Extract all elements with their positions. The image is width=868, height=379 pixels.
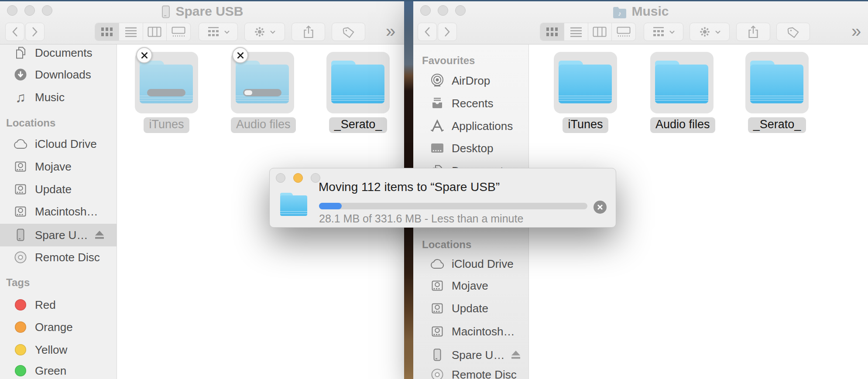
sidebar-item-icloud-drive[interactable]: iCloud Drive bbox=[413, 254, 528, 274]
progress-status-text: 28.1 MB of 331.6 MB - Less than a minute bbox=[319, 212, 523, 225]
action-menu-button[interactable] bbox=[690, 23, 730, 41]
internal-drive-icon bbox=[430, 278, 445, 293]
share-button[interactable] bbox=[292, 23, 325, 41]
sidebar-item-tag-orange[interactable]: Orange bbox=[0, 317, 117, 337]
file-icon[interactable] bbox=[326, 52, 390, 113]
sidebar-item-label: Mojave bbox=[452, 279, 488, 293]
sidebar-item-music[interactable]: ♫ Music bbox=[0, 87, 117, 107]
music-note-icon: ♫ bbox=[13, 90, 28, 105]
file-label[interactable]: iTunes bbox=[144, 117, 189, 133]
file-icon[interactable] bbox=[745, 52, 809, 113]
tags-header: Tags bbox=[6, 277, 123, 290]
music-folder-icon: ♪ bbox=[612, 6, 627, 18]
sidebar-item-documents[interactable]: Documents bbox=[0, 43, 117, 63]
file-label[interactable]: Audio files bbox=[231, 117, 296, 133]
sidebar-item-recents[interactable]: Recents bbox=[413, 93, 528, 113]
sidebar-item-desktop[interactable]: Desktop bbox=[413, 138, 528, 158]
sidebar-item-remote-disc[interactable]: Remote Disc bbox=[0, 247, 117, 267]
folder-icon bbox=[140, 61, 193, 103]
chevron-down-icon bbox=[715, 30, 721, 34]
sidebar-item-tag-green[interactable]: Green bbox=[0, 361, 117, 379]
forward-button[interactable] bbox=[438, 23, 457, 41]
sidebar-item-label: Desktop bbox=[452, 142, 493, 155]
column-view-button[interactable] bbox=[143, 23, 167, 41]
file-label[interactable]: _Serato_ bbox=[329, 117, 388, 133]
gallery-view-button[interactable] bbox=[167, 23, 190, 41]
sidebar-item-icloud-drive[interactable]: iCloud Drive bbox=[0, 134, 117, 154]
file-icon[interactable] bbox=[135, 52, 198, 113]
sidebar-item-spare-usb[interactable]: Spare U… bbox=[413, 345, 528, 365]
tag-button[interactable] bbox=[332, 23, 365, 41]
eject-icon[interactable] bbox=[94, 229, 105, 241]
file-icon[interactable] bbox=[650, 52, 714, 113]
sidebar-item-macintosh[interactable]: Macintosh… bbox=[0, 201, 117, 222]
external-drive-icon bbox=[13, 228, 28, 242]
file-label[interactable]: iTunes bbox=[563, 117, 608, 133]
sidebar-item-downloads[interactable]: Downloads bbox=[0, 65, 117, 85]
list-view-button[interactable] bbox=[564, 23, 588, 41]
file-itunes: iTunes bbox=[554, 52, 617, 133]
sidebar-item-spare-usb[interactable]: Spare U… bbox=[0, 224, 117, 246]
toolbar-overflow-button[interactable]: » bbox=[849, 21, 864, 41]
window-header: ♪Music » bbox=[413, 1, 868, 44]
icon-view-button[interactable] bbox=[95, 23, 119, 41]
sidebar-item-label: Update bbox=[35, 183, 72, 196]
cloud-icon bbox=[13, 137, 28, 151]
cloud-icon bbox=[430, 256, 445, 271]
window-header: Spare USB » bbox=[0, 1, 404, 44]
column-view-button[interactable] bbox=[588, 23, 612, 41]
file-label[interactable]: Audio files bbox=[650, 117, 715, 133]
sidebar-item-label: Macintosh… bbox=[452, 325, 515, 338]
close-button[interactable] bbox=[276, 173, 285, 183]
wallpaper-sliver bbox=[0, 0, 868, 1]
sidebar-item-label: Documents bbox=[35, 46, 93, 60]
action-menu-button[interactable] bbox=[244, 23, 285, 41]
minimize-button[interactable] bbox=[293, 173, 303, 183]
sidebar-item-update[interactable]: Update bbox=[413, 298, 528, 318]
list-view-button[interactable] bbox=[119, 23, 143, 41]
progress-bar bbox=[319, 203, 587, 209]
icon-view-button[interactable] bbox=[540, 23, 564, 41]
sidebar-item-tag-yellow[interactable]: Yellow bbox=[0, 340, 117, 360]
folder-icon bbox=[331, 61, 384, 103]
group-by-button[interactable] bbox=[644, 23, 683, 41]
sidebar-item-update[interactable]: Update bbox=[0, 179, 117, 199]
cancel-copy-button[interactable] bbox=[136, 47, 152, 63]
sidebar-item-remote-disc[interactable]: Remote Disc bbox=[413, 365, 528, 379]
cancel-copy-button[interactable] bbox=[232, 47, 248, 63]
file-icon[interactable] bbox=[554, 52, 617, 113]
stop-copy-button[interactable] bbox=[594, 201, 607, 214]
sidebar-item-label: Spare U… bbox=[452, 348, 504, 362]
copy-progress-dialog: Moving 112 items to “Spare USB” 28.1 MB … bbox=[269, 168, 616, 228]
forward-button[interactable] bbox=[25, 23, 45, 41]
sidebar-item-mojave[interactable]: Mojave bbox=[0, 157, 117, 177]
green-tag-icon bbox=[13, 363, 28, 378]
gallery-view-button[interactable] bbox=[612, 23, 635, 41]
documents-icon bbox=[13, 45, 28, 60]
internal-drive-icon bbox=[13, 204, 28, 219]
svg-text:♪: ♪ bbox=[618, 10, 622, 17]
sidebar: Documents Downloads ♫ Music Locations iC… bbox=[0, 44, 117, 379]
tag-button[interactable] bbox=[776, 23, 810, 41]
group-by-button[interactable] bbox=[199, 23, 238, 41]
folder-icon bbox=[236, 61, 289, 103]
sidebar-item-label: Yellow bbox=[35, 343, 67, 357]
sidebar-item-label: Applications bbox=[452, 120, 513, 133]
sidebar-item-airdrop[interactable]: AirDrop bbox=[413, 71, 528, 91]
locations-header: Locations bbox=[422, 239, 537, 252]
sidebar-item-applications[interactable]: Applications bbox=[413, 116, 528, 136]
desktop: Spare USB » Documents Downloads ♫ Music … bbox=[0, 0, 868, 379]
share-button[interactable] bbox=[736, 23, 770, 41]
chevron-down-icon bbox=[270, 30, 276, 34]
back-button[interactable] bbox=[418, 23, 437, 41]
file-label[interactable]: _Serato_ bbox=[748, 117, 806, 133]
file-icon[interactable] bbox=[231, 52, 294, 113]
sidebar-item-macintosh[interactable]: Macintosh… bbox=[413, 321, 528, 341]
sidebar-item-mojave[interactable]: Mojave bbox=[413, 276, 528, 296]
sidebar-item-tag-red[interactable]: Red bbox=[0, 295, 117, 315]
toolbar-overflow-button[interactable]: » bbox=[383, 21, 398, 41]
folder-icon bbox=[750, 61, 803, 103]
chevron-down-icon bbox=[669, 30, 675, 34]
back-button[interactable] bbox=[5, 23, 24, 41]
eject-icon[interactable] bbox=[510, 349, 521, 361]
